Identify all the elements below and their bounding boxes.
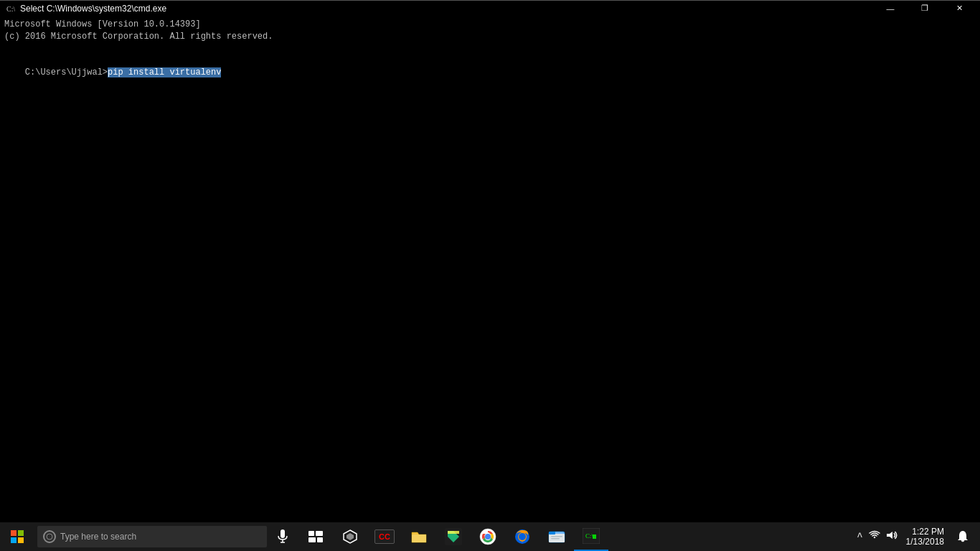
cmd-line-2: (c) 2016 Microsoft Corporation. All righ… [4,31,976,43]
cmd-line-1: Microsoft Windows [Version 10.0.14393] [4,19,976,31]
cmd-prompt: C:\Users\Ujjwal> [25,67,108,77]
task-view-button[interactable] [298,522,333,551]
win-sq-red [11,530,17,536]
cmd-icon: C:\ [4,3,16,14]
cortana-icon [43,530,56,543]
svg-marker-11 [347,533,354,540]
taskbar-app-chrome[interactable] [471,522,505,551]
win-sq-yellow [18,537,24,543]
windows-logo [11,530,24,543]
taskbar-app-explorer[interactable] [402,522,436,551]
svg-point-18 [519,533,526,540]
voice-search-button[interactable] [267,522,298,551]
taskbar-app-cc[interactable]: CC [367,522,402,551]
restore-button[interactable]: ❐ [908,1,941,17]
svg-rect-22 [551,536,562,537]
svg-rect-9 [317,537,323,542]
taskbar-left: Type here to search [0,522,608,551]
taskbar: Type here to search [0,522,980,551]
tray-expand-button[interactable]: ^ [855,529,864,544]
cmd-line-3 [4,43,976,55]
win-sq-blue [11,537,17,543]
svg-rect-3 [281,529,285,538]
window-title: Select C:\Windows\system32\cmd.exe [20,4,166,14]
window-controls: — ❐ ✕ [874,1,976,17]
svg-rect-23 [551,538,560,540]
svg-marker-27 [887,532,892,539]
svg-rect-26 [593,534,596,539]
svg-rect-12 [412,534,426,542]
svg-text:C:\: C:\ [6,5,15,13]
svg-rect-6 [308,531,314,536]
system-tray: ^ [855,529,898,545]
taskbar-app-firefox[interactable] [505,522,540,551]
cmd-command: pip install virtualenv [108,67,221,77]
svg-point-2 [47,534,52,540]
cmd-output-area[interactable]: Microsoft Windows [Version 10.0.14393] (… [0,16,980,522]
svg-rect-7 [316,531,323,536]
volume-icon[interactable] [885,529,899,545]
svg-rect-8 [308,537,316,542]
search-bar[interactable]: Type here to search [37,526,267,547]
notification-button[interactable] [951,522,974,551]
clock-display[interactable]: 1:22 PM 1/13/2018 [902,522,948,551]
title-bar: C:\ Select C:\Windows\system32\cmd.exe —… [0,0,980,16]
clock-date: 1/13/2018 [906,537,944,547]
search-placeholder: Type here to search [60,532,136,542]
taskbar-app-mixed-reality[interactable] [333,522,367,551]
taskbar-app-pycharm[interactable] [436,522,471,551]
svg-point-16 [486,534,490,539]
clock-time: 1:22 PM [912,527,944,537]
cc-icon: CC [374,529,395,544]
win-sq-green [18,530,24,536]
wifi-icon[interactable] [867,529,882,545]
taskbar-app-cmd[interactable]: C:\ [574,522,608,551]
minimize-button[interactable]: — [874,1,907,17]
svg-rect-21 [549,532,555,534]
taskbar-right: ^ 1:22 PM 1/13/20 [855,522,980,551]
title-bar-left: C:\ Select C:\Windows\system32\cmd.exe [4,3,166,14]
svg-text:C:\: C:\ [585,532,594,540]
close-button[interactable]: ✕ [943,1,976,17]
start-button[interactable] [0,522,34,551]
taskbar-app-files[interactable] [540,522,574,551]
pinned-apps: CC [333,522,608,551]
cmd-prompt-line: C:\Users\Ujjwal>pip install virtualenv [4,55,976,90]
